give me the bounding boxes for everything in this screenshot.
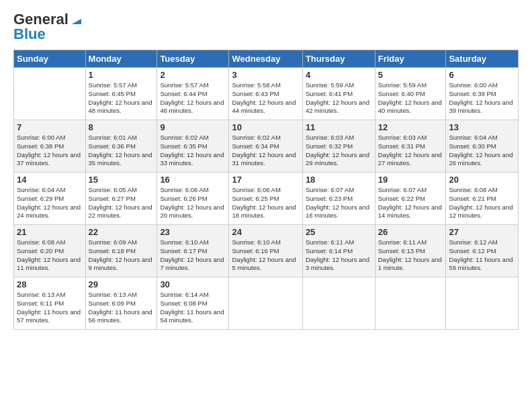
table-row: 19Sunrise: 6:07 AM Sunset: 6:22 PM Dayli… (375, 173, 446, 225)
table-row: 24Sunrise: 6:10 AM Sunset: 6:16 PM Dayli… (229, 225, 302, 277)
calendar-week-row: 28Sunrise: 6:13 AM Sunset: 6:11 PM Dayli… (14, 277, 519, 330)
day-number: 16 (160, 175, 226, 185)
table-row: 9Sunrise: 6:02 AM Sunset: 6:35 PM Daylig… (157, 120, 229, 173)
table-row: 16Sunrise: 6:06 AM Sunset: 6:26 PM Dayli… (157, 173, 229, 225)
day-info: Sunrise: 6:08 AM Sunset: 6:21 PM Dayligh… (449, 186, 515, 220)
table-row: 21Sunrise: 6:08 AM Sunset: 6:20 PM Dayli… (14, 225, 86, 277)
day-info: Sunrise: 6:04 AM Sunset: 6:29 PM Dayligh… (17, 186, 83, 220)
day-number: 14 (17, 175, 83, 185)
table-row: 25Sunrise: 6:11 AM Sunset: 6:14 PM Dayli… (302, 225, 375, 277)
day-number: 13 (449, 122, 515, 132)
table-row: 11Sunrise: 6:03 AM Sunset: 6:32 PM Dayli… (302, 120, 375, 173)
table-row: 3Sunrise: 5:58 AM Sunset: 6:43 PM Daylig… (229, 68, 302, 120)
calendar-week-row: 14Sunrise: 6:04 AM Sunset: 6:29 PM Dayli… (14, 173, 519, 225)
day-number: 17 (232, 175, 299, 185)
day-info: Sunrise: 6:07 AM Sunset: 6:23 PM Dayligh… (306, 186, 372, 220)
calendar-table: Sunday Monday Tuesday Wednesday Thursday… (13, 50, 519, 330)
day-info: Sunrise: 6:02 AM Sunset: 6:35 PM Dayligh… (160, 134, 226, 168)
day-info: Sunrise: 6:06 AM Sunset: 6:25 PM Dayligh… (232, 186, 299, 220)
logo-icon (69, 12, 84, 27)
day-info: Sunrise: 6:04 AM Sunset: 6:30 PM Dayligh… (449, 134, 515, 168)
table-row: 28Sunrise: 6:13 AM Sunset: 6:11 PM Dayli… (14, 277, 86, 330)
day-number: 6 (449, 70, 515, 80)
day-number: 18 (306, 175, 372, 185)
day-number: 24 (232, 227, 299, 237)
day-info: Sunrise: 6:10 AM Sunset: 6:17 PM Dayligh… (160, 238, 226, 273)
day-number: 10 (232, 122, 299, 132)
header-saturday: Saturday (446, 50, 519, 68)
day-info: Sunrise: 6:00 AM Sunset: 6:39 PM Dayligh… (449, 81, 515, 116)
day-info: Sunrise: 5:57 AM Sunset: 6:45 PM Dayligh… (89, 81, 154, 116)
table-row: 18Sunrise: 6:07 AM Sunset: 6:23 PM Dayli… (302, 173, 375, 225)
header-friday: Friday (375, 50, 446, 68)
table-row: 8Sunrise: 6:01 AM Sunset: 6:36 PM Daylig… (85, 120, 157, 173)
day-number: 2 (160, 70, 226, 80)
table-row (446, 277, 519, 330)
table-row: 20Sunrise: 6:08 AM Sunset: 6:21 PM Dayli… (446, 173, 519, 225)
table-row: 15Sunrise: 6:05 AM Sunset: 6:27 PM Dayli… (85, 173, 157, 225)
day-info: Sunrise: 6:13 AM Sunset: 6:11 PM Dayligh… (17, 291, 83, 325)
calendar-header-row: Sunday Monday Tuesday Wednesday Thursday… (14, 50, 519, 68)
table-row: 2Sunrise: 5:57 AM Sunset: 6:44 PM Daylig… (157, 68, 229, 120)
day-number: 21 (17, 227, 83, 237)
table-row: 23Sunrise: 6:10 AM Sunset: 6:17 PM Dayli… (157, 225, 229, 277)
header-thursday: Thursday (302, 50, 375, 68)
table-row (14, 68, 86, 120)
day-info: Sunrise: 6:00 AM Sunset: 6:38 PM Dayligh… (17, 134, 83, 168)
header-wednesday: Wednesday (229, 50, 302, 68)
page-header: General Blue (13, 11, 519, 43)
day-number: 8 (89, 122, 154, 132)
day-info: Sunrise: 6:03 AM Sunset: 6:32 PM Dayligh… (306, 134, 372, 168)
day-info: Sunrise: 5:59 AM Sunset: 6:41 PM Dayligh… (306, 81, 372, 116)
day-info: Sunrise: 6:05 AM Sunset: 6:27 PM Dayligh… (89, 186, 154, 220)
table-row: 14Sunrise: 6:04 AM Sunset: 6:29 PM Dayli… (14, 173, 86, 225)
day-number: 28 (17, 279, 83, 289)
day-info: Sunrise: 6:01 AM Sunset: 6:36 PM Dayligh… (89, 134, 154, 168)
table-row (229, 277, 302, 330)
header-sunday: Sunday (14, 50, 86, 68)
day-number: 11 (306, 122, 372, 132)
day-info: Sunrise: 5:59 AM Sunset: 6:40 PM Dayligh… (378, 81, 443, 116)
table-row: 22Sunrise: 6:09 AM Sunset: 6:18 PM Dayli… (85, 225, 157, 277)
day-number: 1 (89, 70, 154, 80)
table-row: 26Sunrise: 6:11 AM Sunset: 6:13 PM Dayli… (375, 225, 446, 277)
day-number: 20 (449, 175, 515, 185)
day-info: Sunrise: 6:14 AM Sunset: 6:08 PM Dayligh… (160, 291, 226, 325)
table-row (302, 277, 375, 330)
logo-blue: Blue (13, 26, 46, 43)
day-info: Sunrise: 5:58 AM Sunset: 6:43 PM Dayligh… (232, 81, 299, 116)
svg-marker-0 (72, 19, 81, 24)
header-monday: Monday (85, 50, 157, 68)
day-number: 26 (378, 227, 443, 237)
table-row: 12Sunrise: 6:03 AM Sunset: 6:31 PM Dayli… (375, 120, 446, 173)
day-info: Sunrise: 6:13 AM Sunset: 6:09 PM Dayligh… (89, 291, 154, 325)
day-info: Sunrise: 6:11 AM Sunset: 6:13 PM Dayligh… (378, 238, 443, 273)
day-number: 12 (378, 122, 443, 132)
table-row: 30Sunrise: 6:14 AM Sunset: 6:08 PM Dayli… (157, 277, 229, 330)
table-row: 5Sunrise: 5:59 AM Sunset: 6:40 PM Daylig… (375, 68, 446, 120)
day-info: Sunrise: 6:11 AM Sunset: 6:14 PM Dayligh… (306, 238, 372, 273)
table-row: 6Sunrise: 6:00 AM Sunset: 6:39 PM Daylig… (446, 68, 519, 120)
day-info: Sunrise: 6:02 AM Sunset: 6:34 PM Dayligh… (232, 134, 299, 168)
logo: General Blue (13, 11, 84, 43)
day-number: 3 (232, 70, 299, 80)
day-number: 30 (160, 279, 226, 289)
day-info: Sunrise: 6:08 AM Sunset: 6:20 PM Dayligh… (17, 238, 83, 273)
table-row (375, 277, 446, 330)
table-row: 4Sunrise: 5:59 AM Sunset: 6:41 PM Daylig… (302, 68, 375, 120)
day-info: Sunrise: 6:03 AM Sunset: 6:31 PM Dayligh… (378, 134, 443, 168)
table-row: 7Sunrise: 6:00 AM Sunset: 6:38 PM Daylig… (14, 120, 86, 173)
table-row: 1Sunrise: 5:57 AM Sunset: 6:45 PM Daylig… (85, 68, 157, 120)
day-number: 7 (17, 122, 83, 132)
day-info: Sunrise: 6:07 AM Sunset: 6:22 PM Dayligh… (378, 186, 443, 220)
day-number: 22 (89, 227, 154, 237)
day-number: 19 (378, 175, 443, 185)
day-number: 25 (306, 227, 372, 237)
day-info: Sunrise: 5:57 AM Sunset: 6:44 PM Dayligh… (160, 81, 226, 116)
day-number: 27 (449, 227, 515, 237)
day-number: 15 (89, 175, 154, 185)
calendar-week-row: 7Sunrise: 6:00 AM Sunset: 6:38 PM Daylig… (14, 120, 519, 173)
calendar-week-row: 21Sunrise: 6:08 AM Sunset: 6:20 PM Dayli… (14, 225, 519, 277)
day-info: Sunrise: 6:09 AM Sunset: 6:18 PM Dayligh… (89, 238, 154, 273)
table-row: 13Sunrise: 6:04 AM Sunset: 6:30 PM Dayli… (446, 120, 519, 173)
